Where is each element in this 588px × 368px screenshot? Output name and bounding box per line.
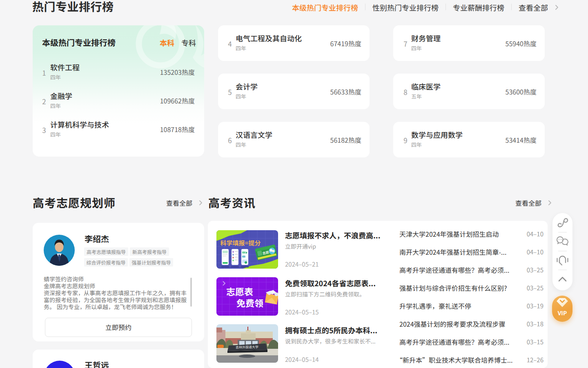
svg-text:科学填报=提分: 科学填报=提分 — [220, 238, 261, 247]
svg-text:吉林外国语大学: 吉林外国语大学 — [236, 345, 258, 350]
svg-text:VIP: VIP — [557, 309, 567, 317]
svg-text:免费领: 免费领 — [236, 296, 263, 309]
